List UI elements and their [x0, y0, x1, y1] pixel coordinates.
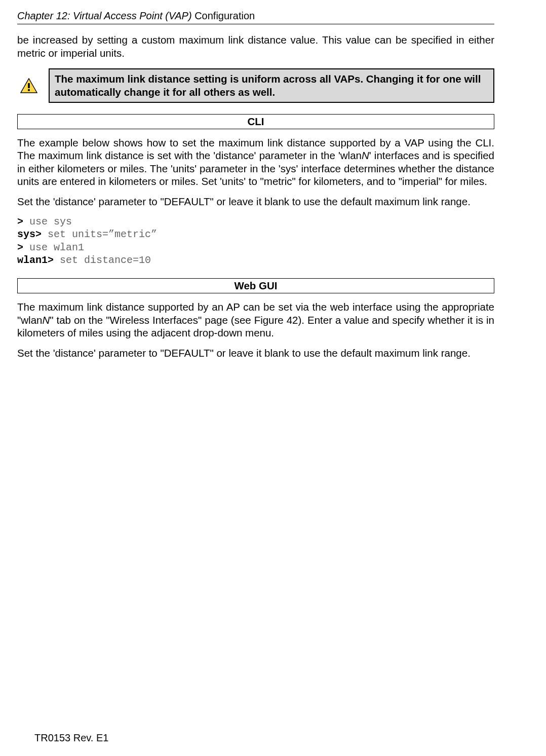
page-container: Chapter 12: Virtual Access Point (VAP) C… [17, 10, 494, 754]
chapter-title-normal: Configuration [194, 10, 255, 21]
webgui-p1-b: " tab on the "Wireless Interfaces" page … [17, 314, 494, 339]
webgui-section-heading: Web GUI [17, 278, 494, 293]
intro-paragraph: be increased by setting a custom maximum… [17, 33, 494, 59]
cli-prompt: wlan1> [17, 254, 60, 266]
cli-line-2: sys> set units=”metric” [17, 228, 494, 241]
cli-code-block: > use sys sys> set units=”metric” > use … [17, 215, 494, 267]
cli-p1-n: N [362, 149, 369, 161]
cli-command: use wlan1 [29, 242, 84, 253]
cli-section-heading: CLI [17, 114, 494, 129]
warning-callout: The maximum link distance setting is uni… [17, 68, 494, 102]
cli-prompt: > [17, 216, 29, 228]
webgui-paragraph-2: Set the 'distance' parameter to "DEFAULT… [17, 347, 494, 360]
webgui-p1-n: N [42, 314, 50, 326]
warning-icon [17, 78, 41, 93]
svg-rect-2 [28, 89, 30, 91]
cli-line-4: wlan1> set distance=10 [17, 254, 494, 267]
svg-rect-1 [28, 83, 30, 88]
page-footer: TR0153 Rev. E1 98 [34, 732, 512, 744]
cli-line-1: > use sys [17, 215, 494, 229]
webgui-paragraph-1: The maximum link distance supported by a… [17, 300, 494, 339]
cli-command: set units=”metric” [48, 229, 157, 240]
warning-text: The maximum link distance setting is uni… [49, 68, 494, 102]
doc-revision: TR0153 Rev. E1 [34, 732, 108, 744]
chapter-title-italic: Chapter 12: Virtual Access Point (VAP) [17, 10, 194, 21]
cli-paragraph-2: Set the 'distance' parameter to "DEFAULT… [17, 195, 494, 208]
cli-command: use sys [29, 216, 72, 228]
cli-command: set distance=10 [60, 254, 151, 266]
page-header: Chapter 12: Virtual Access Point (VAP) C… [17, 10, 494, 24]
cli-prompt: sys> [17, 229, 48, 240]
cli-paragraph-1: The example below shows how to set the m… [17, 136, 494, 188]
cli-prompt: > [17, 242, 29, 253]
cli-line-3: > use wlan1 [17, 241, 494, 254]
